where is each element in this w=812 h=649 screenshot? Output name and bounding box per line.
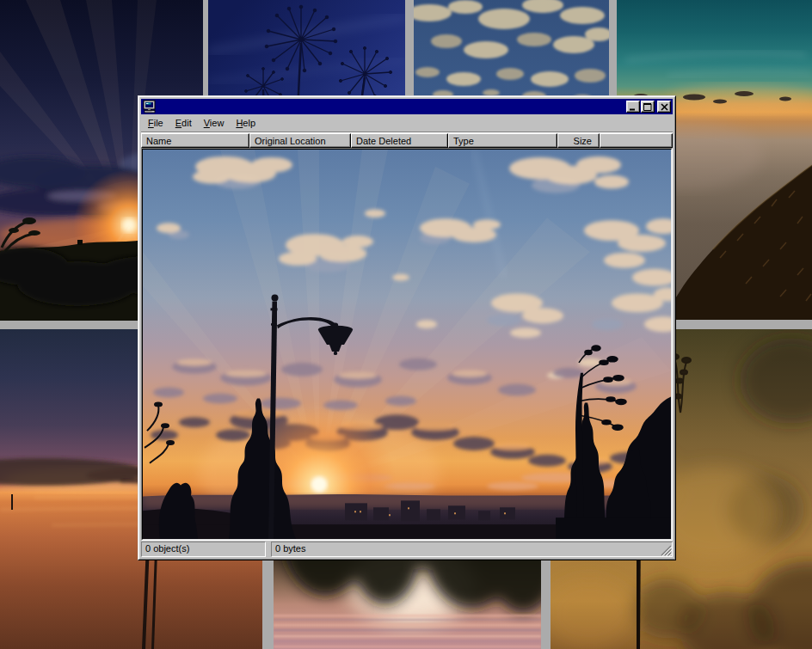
menu-bar: File Edit View Help xyxy=(141,115,673,132)
minimize-button[interactable] xyxy=(626,101,640,113)
close-button[interactable] xyxy=(657,101,671,113)
resize-grip[interactable] xyxy=(661,545,672,556)
maximize-button[interactable] xyxy=(641,101,655,113)
column-header-date-deleted[interactable]: Date Deleted xyxy=(351,133,448,148)
list-view-area[interactable] xyxy=(141,148,673,541)
titlebar[interactable] xyxy=(141,99,673,114)
recycle-bin-window: File Edit View Help Name Original Locati… xyxy=(138,95,676,560)
status-size-text: 0 bytes xyxy=(275,543,305,554)
column-header-original-location[interactable]: Original Location xyxy=(249,133,351,148)
computer-icon xyxy=(143,100,157,113)
sunset-lamp-photo xyxy=(143,150,671,539)
menu-help[interactable]: Help xyxy=(230,116,261,131)
window-controls xyxy=(626,101,671,113)
window-frame: File Edit View Help Name Original Locati… xyxy=(138,96,675,560)
status-size: 0 bytes xyxy=(271,542,673,557)
maximize-icon xyxy=(643,103,652,111)
list-view-background-photo xyxy=(142,149,672,540)
menu-edit[interactable]: Edit xyxy=(169,116,198,131)
column-header-filler[interactable] xyxy=(600,133,673,148)
column-header-name[interactable]: Name xyxy=(141,133,249,148)
status-object-count: 0 object(s) xyxy=(141,542,266,557)
column-header-size[interactable]: Size xyxy=(557,133,600,148)
menu-view[interactable]: View xyxy=(198,116,231,131)
status-bar: 0 object(s) 0 bytes xyxy=(141,542,673,557)
menu-file[interactable]: File xyxy=(142,116,169,131)
list-column-headers: Name Original Location Date Deleted Type… xyxy=(141,133,673,148)
column-header-type[interactable]: Type xyxy=(448,133,557,148)
minimize-icon xyxy=(629,103,637,111)
close-icon xyxy=(661,103,668,111)
